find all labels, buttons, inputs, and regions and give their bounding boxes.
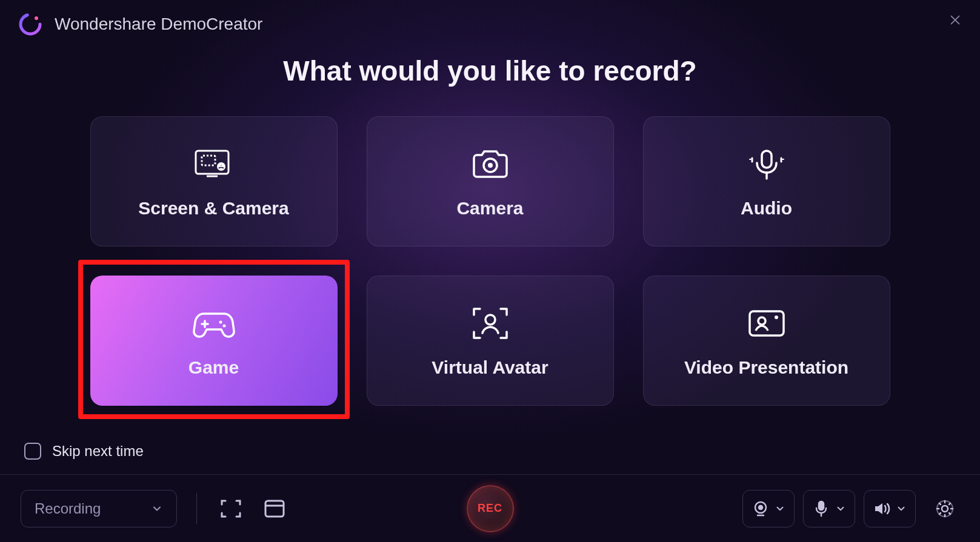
- camera-icon: [468, 145, 513, 183]
- card-screen-camera[interactable]: Screen & Camera: [90, 116, 338, 246]
- app-title: Wondershare DemoCreator: [55, 15, 262, 34]
- card-label: Video Presentation: [684, 357, 848, 378]
- divider: [196, 493, 197, 524]
- card-audio[interactable]: Audio: [643, 116, 890, 246]
- chevron-down-icon: [835, 503, 846, 514]
- microphone-toggle[interactable]: [803, 490, 855, 527]
- svg-point-13: [758, 317, 765, 325]
- game-icon: [190, 304, 238, 343]
- settings-button[interactable]: [930, 494, 959, 523]
- svg-point-7: [488, 163, 493, 168]
- chevron-down-icon: [775, 503, 785, 514]
- screen-camera-icon: [192, 145, 236, 183]
- svg-rect-18: [819, 501, 824, 510]
- svg-point-19: [942, 506, 948, 512]
- svg-point-17: [759, 506, 762, 509]
- speaker-toggle[interactable]: [864, 490, 916, 527]
- card-label: Game: [188, 357, 239, 378]
- svg-rect-12: [750, 311, 784, 335]
- close-button[interactable]: [948, 13, 963, 28]
- chevron-down-icon: [151, 503, 163, 515]
- webcam-icon: [752, 500, 770, 518]
- svg-point-14: [775, 316, 778, 319]
- virtual-avatar-icon: [469, 304, 512, 343]
- microphone-icon: [812, 500, 830, 518]
- video-presentation-icon: [745, 304, 788, 343]
- svg-rect-15: [265, 501, 284, 517]
- speaker-icon: [873, 500, 891, 518]
- page-heading: What would you like to record?: [0, 55, 980, 87]
- card-label: Virtual Avatar: [432, 357, 548, 378]
- app-logo: [17, 11, 44, 38]
- svg-point-1: [35, 16, 38, 20]
- card-camera[interactable]: Camera: [367, 116, 614, 246]
- card-label: Camera: [456, 198, 523, 219]
- recording-mode-select[interactable]: Recording: [21, 490, 177, 527]
- svg-point-5: [219, 164, 222, 166]
- fullscreen-capture-button[interactable]: [216, 494, 245, 523]
- bottom-toolbar: Recording REC: [0, 474, 980, 542]
- svg-point-10: [222, 324, 225, 327]
- svg-rect-8: [762, 151, 772, 168]
- skip-label: Skip next time: [52, 443, 144, 460]
- webcam-toggle[interactable]: [742, 490, 795, 527]
- card-game[interactable]: Game: [90, 276, 338, 406]
- titlebar: Wondershare DemoCreator: [0, 0, 980, 44]
- chevron-down-icon: [896, 503, 907, 514]
- svg-rect-2: [196, 151, 228, 174]
- svg-point-11: [485, 315, 495, 325]
- svg-rect-3: [202, 156, 215, 165]
- skip-next-time-row: Skip next time: [24, 443, 144, 460]
- card-video-presentation[interactable]: Video Presentation: [643, 276, 890, 406]
- svg-point-9: [219, 320, 222, 323]
- card-label: Screen & Camera: [138, 198, 288, 219]
- record-button[interactable]: REC: [467, 485, 514, 532]
- record-options-grid: Screen & Camera Camera Audio: [0, 116, 980, 406]
- audio-icon: [747, 145, 786, 183]
- rec-label: REC: [478, 502, 502, 515]
- card-label: Audio: [741, 198, 792, 219]
- card-virtual-avatar[interactable]: Virtual Avatar: [367, 276, 614, 406]
- mode-label: Recording: [35, 500, 101, 517]
- window-capture-button[interactable]: [260, 494, 289, 523]
- skip-checkbox[interactable]: [24, 443, 41, 460]
